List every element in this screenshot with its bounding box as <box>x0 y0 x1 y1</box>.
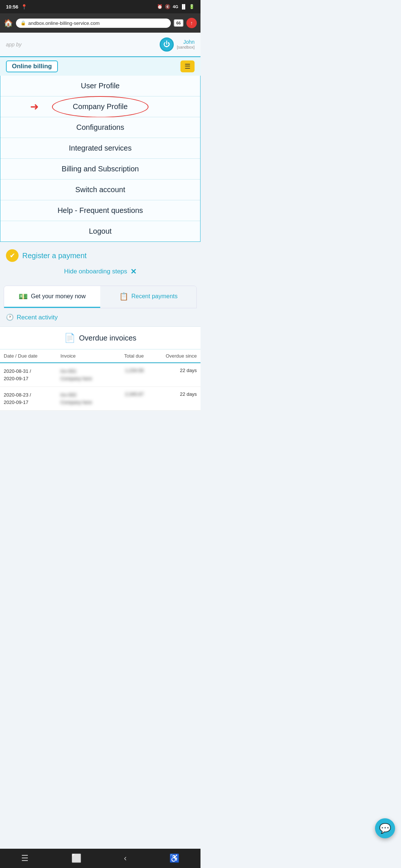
status-icons: ⏰ 🔇 4G ▐▌ 🔋 <box>157 4 195 9</box>
integrated-services-label: Integrated services <box>69 144 132 152</box>
user-tag: [sandbox] <box>177 45 195 50</box>
tab-get-money-label: Get your money now <box>31 293 86 300</box>
payments-icon: 📋 <box>119 292 128 301</box>
arrow-icon: ➜ <box>30 102 39 112</box>
lock-icon: 🔒 <box>20 20 26 26</box>
status-time: 10:56 <box>6 4 18 10</box>
user-area[interactable]: ⏻ John [sandbox] <box>160 37 195 52</box>
menu-item-integrated-services[interactable]: Integrated services <box>0 138 200 159</box>
invoices-section: 📄 Overdue invoices Date / Due date Invoi… <box>0 326 200 411</box>
recent-activity-row[interactable]: 🕐 Recent activity <box>0 308 200 326</box>
home-icon[interactable]: 🏠 <box>4 19 13 27</box>
menu-item-company-profile[interactable]: ➜ Company Profile <box>0 96 200 117</box>
tab-count[interactable]: 66 <box>174 19 183 27</box>
dropdown-menu: User Profile ➜ Company Profile Configura… <box>0 76 200 242</box>
col-total: Total due <box>110 349 147 363</box>
tab-get-money[interactable]: 💵 Get your money now <box>4 286 100 308</box>
app-logo: app by <box>6 42 22 47</box>
col-invoice: Invoice <box>57 349 111 363</box>
user-profile-label: User Profile <box>81 82 120 90</box>
row1-invoice: Inv-001Company here <box>57 363 111 387</box>
help-label: Help - Frequent questions <box>58 206 143 215</box>
url-bar[interactable]: 🔒 andbox.online-billing-service.com <box>16 19 171 28</box>
browser-bar: 🏠 🔒 andbox.online-billing-service.com 66… <box>0 13 200 33</box>
recent-activity-label: Recent activity <box>17 314 58 321</box>
money-icon: 💵 <box>19 292 28 301</box>
row1-total: 1,234.56 <box>110 363 147 387</box>
menu-item-help[interactable]: Help - Frequent questions <box>0 200 200 221</box>
hide-onboarding-text: Hide onboarding steps <box>64 268 127 275</box>
main-content: ✔ Register a payment Hide onboarding ste… <box>0 242 200 411</box>
table-row[interactable]: 2020-08-31 /2020-09-17 Inv-001Company he… <box>0 363 200 387</box>
company-profile-label: Company Profile <box>73 102 128 111</box>
invoices-header: 📄 Overdue invoices <box>0 327 200 349</box>
register-payment-text: Register a payment <box>22 251 87 260</box>
row2-total: 2,345.67 <box>110 387 147 411</box>
invoices-icon: 📄 <box>64 333 75 343</box>
onboarding-section: ✔ Register a payment Hide onboarding ste… <box>0 242 200 280</box>
recent-activity-icon: 🕐 <box>6 313 14 321</box>
tab-recent-payments-label: Recent payments <box>131 293 178 300</box>
logo-text: app by <box>6 42 22 47</box>
menu-item-switch-account[interactable]: Switch account <box>0 180 200 200</box>
signal-icon: ▐▌ <box>180 4 187 9</box>
row2-overdue: 22 days <box>147 387 200 411</box>
register-payment-row[interactable]: ✔ Register a payment <box>6 249 195 262</box>
table-row[interactable]: 2020-08-23 /2020-09-17 Inv-002Company he… <box>0 387 200 411</box>
menu-item-billing-subscription[interactable]: Billing and Subscription <box>0 159 200 180</box>
billing-strip: Online billing ☰ <box>0 56 200 76</box>
row1-overdue: 22 days <box>147 363 200 387</box>
logout-label: Logout <box>89 227 111 236</box>
mute-icon: 🔇 <box>165 4 170 9</box>
menu-item-logout[interactable]: Logout <box>0 221 200 241</box>
row2-invoice: Inv-002Company here <box>57 387 111 411</box>
configurations-label: Configurations <box>76 123 124 132</box>
billing-subscription-label: Billing and Subscription <box>62 165 139 173</box>
tabs-section: 💵 Get your money now 📋 Recent payments <box>4 286 197 308</box>
app-header: app by ⏻ John [sandbox] <box>0 33 200 56</box>
alarm-icon: ⏰ <box>157 4 163 9</box>
col-date: Date / Due date <box>0 349 57 363</box>
switch-account-label: Switch account <box>75 185 125 194</box>
row2-date: 2020-08-23 /2020-09-17 <box>0 387 57 411</box>
tab-recent-payments[interactable]: 📋 Recent payments <box>100 286 196 308</box>
user-name-block: John [sandbox] <box>177 39 195 50</box>
col-overdue: Overdue since <box>147 349 200 363</box>
menu-button[interactable]: ☰ <box>180 60 195 72</box>
menu-item-configurations[interactable]: Configurations <box>0 117 200 138</box>
battery-icon: 🔋 <box>189 4 195 9</box>
status-bar: 10:56 📍 ⏰ 🔇 4G ▐▌ 🔋 <box>0 0 200 13</box>
row1-date: 2020-08-31 /2020-09-17 <box>0 363 57 387</box>
invoices-table: Date / Due date Invoice Total due Overdu… <box>0 349 200 411</box>
upload-button[interactable]: ↑ <box>186 18 197 28</box>
check-icon: ✔ <box>6 249 19 262</box>
user-name: John <box>177 39 195 45</box>
power-button[interactable]: ⏻ <box>160 37 174 52</box>
menu-item-user-profile[interactable]: User Profile <box>0 76 200 96</box>
location-icon: 📍 <box>21 4 27 10</box>
hide-onboarding-row[interactable]: Hide onboarding steps ✕ <box>6 267 195 276</box>
billing-title: Online billing <box>6 60 58 72</box>
close-icon[interactable]: ✕ <box>130 267 137 276</box>
invoices-title: Overdue invoices <box>79 334 137 342</box>
4g-icon: 4G <box>173 4 178 9</box>
url-text: andbox.online-billing-service.com <box>28 20 100 26</box>
